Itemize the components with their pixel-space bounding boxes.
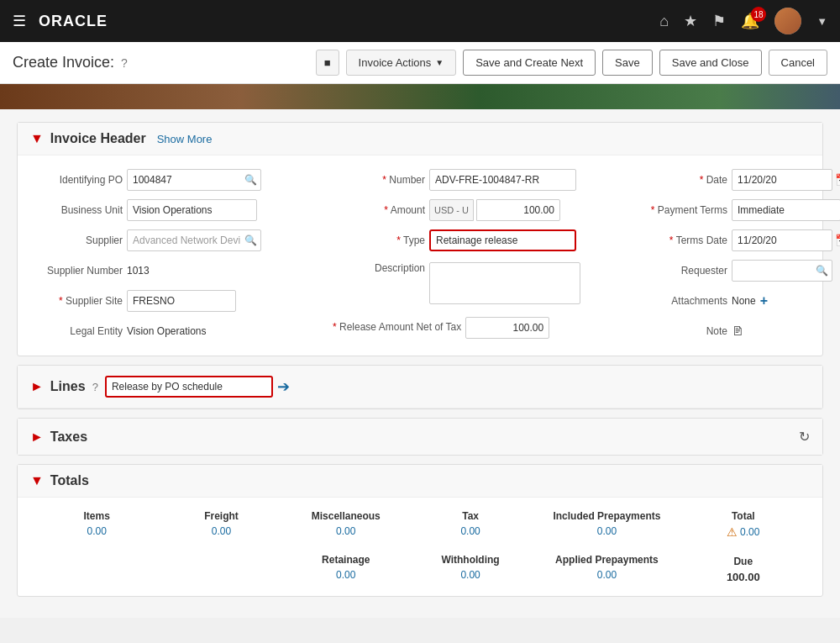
supplier-input-wrap: 🔍 [127,229,261,251]
misc-total: Miscellaneous 0.00 Retainage 0.00 [304,510,388,581]
supplier-site-row: Supplier Site FRESNO [30,289,316,313]
requester-input-wrap: 🔍 [732,260,832,282]
tax-total: Tax 0.00 Withholding 0.00 [428,510,512,581]
supplier-search-icon[interactable]: 🔍 [244,235,257,246]
retainage-label: Retainage [304,554,388,566]
amount-label: Amount [333,204,425,216]
total-label: Total [701,510,785,522]
invoice-header-section-header: ▼ Invoice Header Show More [18,123,822,155]
notification-badge: 18 [751,7,766,22]
page-help-icon[interactable]: ? [121,56,128,70]
avatar[interactable] [774,8,801,34]
supplier-site-label: Supplier Site [30,295,123,307]
identifying-po-label: Identifying PO [30,174,123,186]
freight-total: Freight 0.00 [179,510,263,537]
payment-terms-select-wrap: Immediate [732,199,840,221]
business-unit-select-wrap: Vision Operations [127,199,257,221]
supplier-site-select[interactable]: FRESNO [127,290,236,312]
invoice-actions-button[interactable]: Invoice Actions ▼ [346,50,457,76]
form-col-1: Identifying PO 🔍 Business Unit Vision Op… [30,168,316,343]
total-column: Total ⚠ 0.00 Due 100.00 [701,510,785,583]
miscellaneous-label: Miscellaneous [304,510,388,522]
payment-terms-label: Payment Terms [635,204,727,216]
release-amount-row: Release Amount Net of Tax [333,316,618,340]
type-row: Type Retainage release [333,229,618,252]
requester-search-icon[interactable]: 🔍 [816,265,828,277]
taxes-toggle[interactable]: ► [30,430,44,445]
attachments-value: None [732,295,756,307]
notification-icon[interactable]: 🔔 18 [741,12,759,30]
note-label: Note [635,325,727,337]
tax-label: Tax [428,510,512,522]
amount-input[interactable] [476,199,560,221]
freight-label: Freight [179,510,263,522]
date-input[interactable] [732,169,832,191]
save-close-button[interactable]: Save and Close [659,50,762,76]
totals-toggle[interactable]: ▼ [30,473,44,488]
lines-section: ► Lines ? Release by PO schedule ➔ [17,365,823,409]
save-create-next-button[interactable]: Save and Create Next [463,50,596,76]
flag-icon[interactable]: ⚑ [712,12,726,30]
totals-section: ▼ Totals Items 0.00 Freight 0.00 Miscell… [17,464,823,597]
payment-terms-select[interactable]: Immediate [732,199,840,221]
nav-left: ☰ ORACLE [13,12,108,30]
description-label: Description [333,262,425,274]
date-picker-icon[interactable]: 📅 [835,173,840,187]
nav-right: ⌂ ★ ⚑ 🔔 18 ▼ [659,8,827,34]
date-row: Date 📅 [635,168,840,192]
identifying-po-search-icon[interactable]: 🔍 [244,174,257,186]
supplier-number-value: 1013 [127,265,150,277]
supplier-input[interactable] [127,229,261,251]
hamburger-icon[interactable]: ☰ [13,12,26,30]
release-amount-input[interactable] [465,317,549,339]
tax-value: 0.00 [428,525,512,537]
identifying-po-input[interactable] [127,169,261,191]
requester-row: Requester 🔍 [635,259,840,282]
withholding-label: Withholding [428,554,512,566]
invoice-header-section: ▼ Invoice Header Show More Identifying P… [17,122,823,356]
save-button[interactable]: Save [602,50,653,76]
header-actions: ■ Invoice Actions ▼ Save and Create Next… [316,50,827,76]
terms-date-input[interactable] [732,229,832,251]
list-view-button[interactable]: ■ [316,50,339,76]
lines-dropdown-wrap: Release by PO schedule ➔ [105,376,290,398]
lines-add-icon[interactable]: ➔ [277,377,290,396]
identifying-po-row: Identifying PO 🔍 [30,168,316,192]
attachments-label: Attachments [635,295,727,307]
amount-row: Amount USD - U [333,198,618,222]
amount-input-wrap: USD - U [429,199,560,221]
type-select[interactable]: Retainage release [429,229,576,251]
invoice-header-toggle[interactable]: ▼ [30,131,44,146]
business-unit-select[interactable]: Vision Operations [127,199,257,221]
star-icon[interactable]: ★ [684,12,697,30]
legal-entity-value: Vision Operations [127,325,207,337]
terms-date-label: Terms Date [635,235,727,246]
description-row: Description [333,262,618,304]
due-value: 100.00 [701,571,785,583]
supplier-site-select-wrap: FRESNO [127,290,236,312]
cancel-button[interactable]: Cancel [769,50,827,76]
lines-help-icon[interactable]: ? [92,381,98,393]
date-label: Date [635,174,727,186]
note-icon[interactable]: 🖹 [732,324,743,338]
lines-toggle[interactable]: ► [30,379,44,394]
terms-date-picker-icon[interactable]: 📅 [835,234,840,247]
number-input[interactable] [429,169,576,191]
home-icon[interactable]: ⌂ [659,13,669,30]
top-navbar: ☰ ORACLE ⌂ ★ ⚑ 🔔 18 ▼ [0,0,840,42]
lines-schedule-dropdown[interactable]: Release by PO schedule [105,376,273,398]
business-unit-label: Business Unit [30,204,123,216]
add-attachment-icon[interactable]: + [760,293,768,308]
miscellaneous-value: 0.00 [304,525,388,537]
totals-title: Totals [50,473,89,488]
form-col-2: Number Amount USD - U Type Retainage rel… [333,168,618,343]
main-content: ▼ Invoice Header Show More Identifying P… [0,109,840,618]
avatar-dropdown-icon[interactable]: ▼ [816,15,827,28]
refresh-icon[interactable]: ↻ [799,429,810,445]
description-textarea[interactable] [429,262,580,304]
show-more-link[interactable]: Show More [157,133,213,145]
invoice-header-title: Invoice Header [50,131,146,146]
form-col-3: Date 📅 Payment Terms Immediate Ter [635,168,840,343]
invoice-actions-label: Invoice Actions [359,56,432,69]
sub-header: Create Invoice: ? ■ Invoice Actions ▼ Sa… [0,42,840,84]
